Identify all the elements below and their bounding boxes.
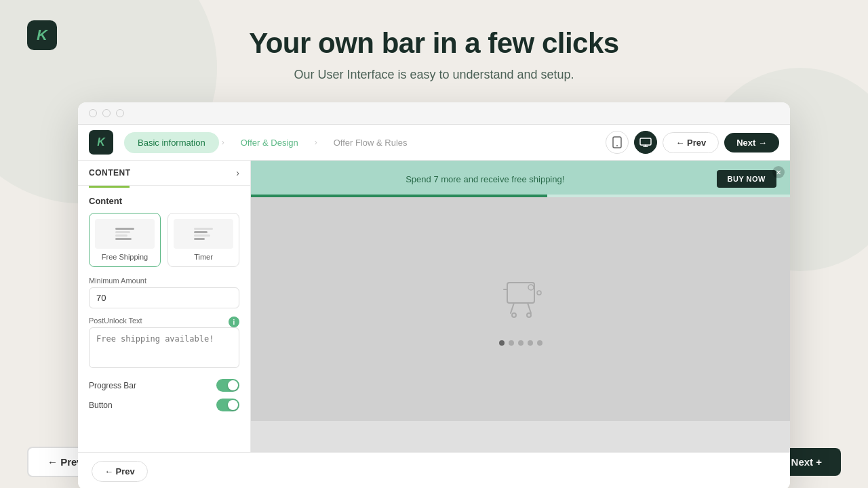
window-dot-1 xyxy=(89,109,97,117)
svg-point-7 xyxy=(537,291,541,295)
svg-point-6 xyxy=(528,285,534,290)
post-unlock-field: PostUnlock Text i Free shipping availabl… xyxy=(89,317,239,371)
navbar-prev-btn[interactable]: ← Prev xyxy=(663,132,719,153)
minimum-amount-label: Minimum Amount xyxy=(89,277,239,285)
app-window: K Basic information › Offer & Design › O… xyxy=(78,102,790,488)
preview-dot-5[interactable] xyxy=(537,340,542,346)
page-title: Your own bar in a few clicks xyxy=(0,27,868,60)
app-bottom-nav: ← Prev xyxy=(78,452,790,488)
section-label: Content xyxy=(89,196,239,206)
step-arrow-1: › xyxy=(222,138,224,147)
free-shipping-card-icon xyxy=(95,219,155,249)
content-card-free-shipping[interactable]: Free Shipping xyxy=(89,213,161,267)
progress-bar-label: Progress Bar xyxy=(89,381,216,390)
page-subtitle: Our User Interface is easy to understand… xyxy=(0,68,868,82)
step-offer-flow[interactable]: Offer Flow & Rules xyxy=(320,132,421,153)
panel-tab-label: CONTENT xyxy=(89,168,131,178)
window-dot-2 xyxy=(102,109,111,117)
preview-dot-2[interactable] xyxy=(509,340,514,346)
svg-point-5 xyxy=(527,313,531,317)
post-unlock-label: PostUnlock Text xyxy=(89,317,142,325)
cart-illustration xyxy=(494,272,548,327)
panel-tab-arrow: › xyxy=(236,167,239,178)
content-card-timer[interactable]: Timer xyxy=(167,213,239,267)
preview-progress-fill xyxy=(251,195,547,197)
preview-close-btn[interactable]: ✕ xyxy=(772,166,785,178)
app-body: CONTENT › Content xyxy=(78,161,790,452)
left-panel: CONTENT › Content xyxy=(78,161,251,452)
progress-bar-row: Progress Bar xyxy=(89,379,239,392)
preview-announcement-bar: Spend 7 more and receive free shipping! … xyxy=(251,161,790,197)
preview-progress-wrap xyxy=(251,195,790,197)
preview-bar-text: Spend 7 more and receive free shipping! xyxy=(264,174,706,184)
timer-card-icon xyxy=(174,219,233,249)
content-cards: Free Shipping Timer xyxy=(89,213,239,267)
preview-dots xyxy=(499,340,542,346)
post-unlock-label-row: PostUnlock Text i xyxy=(89,317,239,327)
progress-bar-toggle[interactable] xyxy=(216,379,239,392)
desktop-device-btn[interactable] xyxy=(634,131,657,154)
minimum-amount-field: Minimum Amount xyxy=(89,277,239,308)
step-offer-design[interactable]: Offer & Design xyxy=(227,132,312,153)
app-logo: K xyxy=(89,130,113,155)
svg-point-1 xyxy=(616,145,618,146)
page-header: Your own bar in a few clicks Our User In… xyxy=(0,0,868,96)
navbar-next-btn[interactable]: Next → xyxy=(724,133,779,152)
step-basic-information[interactable]: Basic information xyxy=(124,132,219,153)
button-toggle[interactable] xyxy=(216,399,239,411)
panel-section-content: Content Free Shipping xyxy=(78,188,250,426)
svg-rect-2 xyxy=(640,138,651,145)
right-panel: Spend 7 more and receive free shipping! … xyxy=(251,161,790,452)
app-prev-btn[interactable]: ← Prev xyxy=(92,461,148,482)
window-dot-3 xyxy=(116,109,124,117)
mobile-device-btn[interactable] xyxy=(606,131,629,154)
preview-dot-1[interactable] xyxy=(499,340,505,346)
svg-point-4 xyxy=(512,313,516,317)
preview-dot-4[interactable] xyxy=(528,340,533,346)
preview-dot-3[interactable] xyxy=(518,340,524,346)
step-arrow-2: › xyxy=(315,138,317,147)
navbar-right: ← Prev Next → xyxy=(606,131,779,154)
post-unlock-info-icon[interactable]: i xyxy=(229,317,239,327)
preview-site-area xyxy=(251,197,790,421)
minimum-amount-input[interactable] xyxy=(89,287,239,308)
app-navbar: K Basic information › Offer & Design › O… xyxy=(78,125,790,161)
button-row: Button xyxy=(89,399,239,411)
post-unlock-textarea[interactable]: Free shipping available! xyxy=(89,327,239,368)
timer-card-label: Timer xyxy=(174,253,233,261)
stepper: Basic information › Offer & Design › Off… xyxy=(124,132,421,153)
panel-tab-header: CONTENT › xyxy=(78,161,250,186)
window-chrome xyxy=(78,102,790,125)
free-shipping-card-label: Free Shipping xyxy=(95,253,155,261)
preview-buy-btn[interactable]: BUY NOW xyxy=(717,170,776,188)
button-label: Button xyxy=(89,401,216,410)
svg-rect-3 xyxy=(507,283,534,303)
